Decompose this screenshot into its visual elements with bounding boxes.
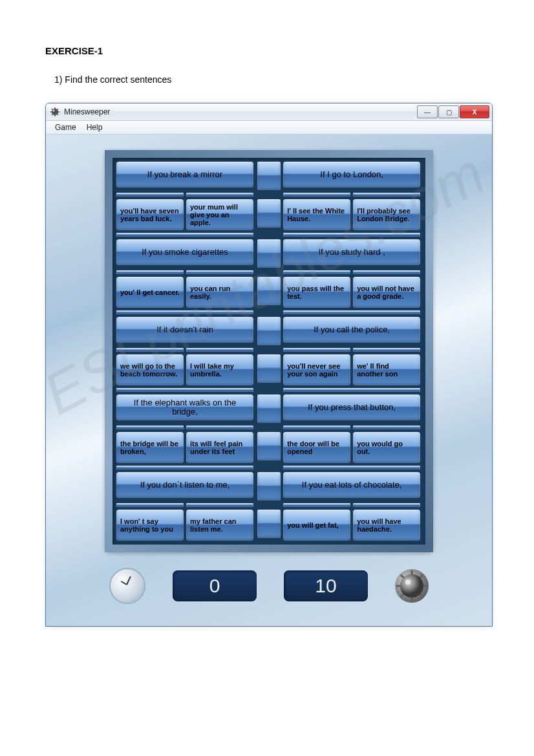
answer-tile[interactable]: I will take my umbrella. (185, 353, 255, 387)
close-button[interactable]: X (460, 105, 489, 118)
app-icon (50, 107, 60, 117)
answer-tile[interactable]: you can run easily. (185, 275, 255, 309)
condition-tile[interactable]: If you eat lots of chocolate, (282, 471, 422, 499)
menubar: Game Help (46, 121, 492, 135)
condition-tile[interactable]: If you smoke cigarettes (115, 238, 255, 266)
game-board: If you break a mirrorIf I go to London,y… (105, 150, 433, 552)
spacer-tile[interactable] (256, 160, 282, 191)
exercise-instruction: 1) Find the correct sentences (54, 74, 495, 85)
mine-counter: 10 (284, 570, 368, 601)
spacer-tile[interactable] (256, 471, 282, 502)
answer-tile[interactable]: you will not have a good grade. (352, 275, 422, 309)
status-bar: 0 10 (76, 568, 462, 604)
clock-icon (109, 568, 145, 604)
spacer-tile[interactable] (256, 431, 282, 462)
answer-tile[interactable]: my father can listen me. (185, 508, 255, 542)
answer-tile[interactable]: you would go out. (352, 431, 422, 464)
menu-help[interactable]: Help (81, 122, 108, 133)
minimize-button[interactable]: — (417, 105, 438, 118)
answer-tile[interactable]: you will have haedache. (352, 508, 422, 542)
answer-tile[interactable]: you' ll get cancer. (115, 275, 185, 309)
mine-icon (395, 569, 429, 603)
answer-tile[interactable]: I won' t say anything to you (115, 508, 185, 542)
svg-point-10 (400, 574, 423, 598)
spacer-tile[interactable] (256, 238, 282, 269)
document-page: EXERCISE-1 1) Find the correct sentences… (0, 0, 534, 653)
answer-tile[interactable]: you will get fat, (282, 508, 352, 542)
titlebar: Minesweeper — ▢ X (46, 103, 492, 121)
answer-tile[interactable]: you'll have seven years bad luck. (115, 198, 185, 232)
condition-tile[interactable]: If you don´t listen to me, (115, 471, 255, 499)
condition-tile[interactable]: If you study hard , (282, 238, 422, 266)
answer-tile[interactable]: I' ll see the White Hause. (282, 198, 352, 232)
answer-tile[interactable]: your mum will give you an apple. (185, 198, 255, 232)
spacer-tile[interactable] (256, 353, 282, 384)
answer-tile[interactable]: the bridge will be broken, (115, 431, 185, 464)
svg-point-5 (53, 110, 55, 112)
spacer-tile[interactable] (256, 316, 282, 347)
answer-tile[interactable]: I'll probably see London Bridge. (352, 198, 422, 232)
app-window: Minesweeper — ▢ X Game Help ESLprintable… (45, 103, 493, 627)
window-controls: — ▢ X (416, 105, 489, 118)
spacer-tile[interactable] (256, 198, 282, 229)
answer-tile[interactable]: we' ll find another son (352, 353, 422, 387)
condition-tile[interactable]: If I go to London, (282, 160, 422, 189)
spacer-tile[interactable] (256, 275, 282, 307)
answer-tile[interactable]: you pass will the test. (282, 275, 352, 309)
answer-tile[interactable]: you'll never see your son again (282, 353, 352, 387)
client-area: ESLprintables.com If you break a mirrorI… (46, 135, 492, 626)
answer-tile[interactable]: its will feel pain under its feet (185, 431, 255, 464)
maximize-button[interactable]: ▢ (438, 105, 459, 118)
condition-tile[interactable]: If you break a mirror (115, 160, 255, 189)
spacer-tile[interactable] (256, 508, 282, 539)
condition-tile[interactable]: If the elephant walks on the bridge, (115, 393, 255, 422)
condition-tile[interactable]: If it doesn't rain (115, 316, 255, 344)
time-counter: 0 (173, 570, 257, 601)
answer-tile[interactable]: we will go to the beach tomorrow. (115, 353, 185, 387)
svg-point-11 (405, 579, 411, 585)
exercise-title: EXERCISE-1 (45, 45, 495, 56)
menu-game[interactable]: Game (50, 122, 81, 133)
board-grid: If you break a mirrorIf I go to London,y… (115, 160, 423, 542)
spacer-tile[interactable] (256, 393, 282, 424)
condition-tile[interactable]: If you call the police, (282, 316, 422, 344)
window-title: Minesweeper (64, 107, 416, 116)
answer-tile[interactable]: the door will be opened (282, 431, 352, 464)
condition-tile[interactable]: If you press that button, (282, 393, 422, 422)
